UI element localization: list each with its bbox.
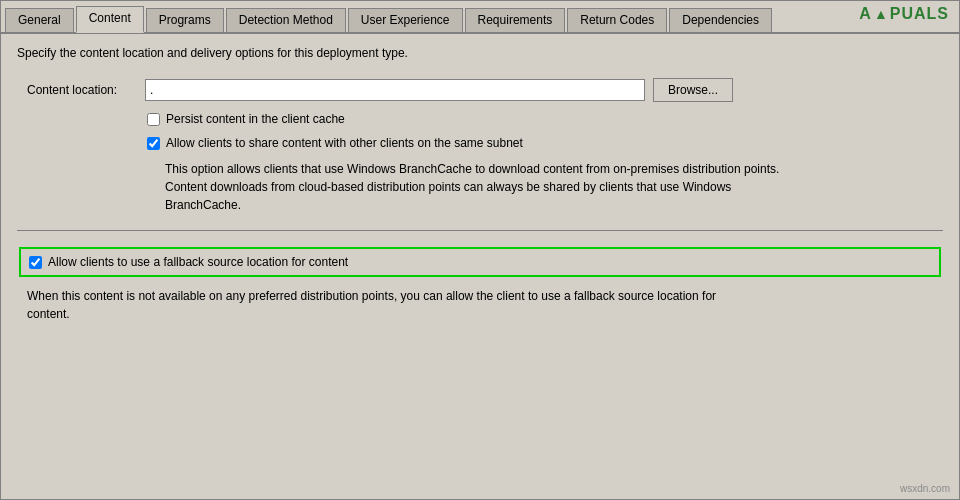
tab-dependencies[interactable]: Dependencies — [669, 8, 772, 32]
watermark: wsxdn.com — [900, 483, 950, 494]
share-subnet-row: Allow clients to share content with othe… — [147, 136, 943, 150]
persist-cache-checkbox[interactable] — [147, 113, 160, 126]
content-area: Specify the content location and deliver… — [1, 34, 959, 499]
logo-text: A — [859, 5, 872, 23]
tab-detection-method[interactable]: Detection Method — [226, 8, 346, 32]
persist-cache-label[interactable]: Persist content in the client cache — [166, 112, 345, 126]
branchcache-info-text: This option allows clients that use Wind… — [165, 160, 785, 214]
description-text: Specify the content location and deliver… — [17, 46, 943, 60]
logo-text-2: PUALS — [890, 5, 949, 23]
share-subnet-label[interactable]: Allow clients to share content with othe… — [166, 136, 523, 150]
logo-triangle-icon: ▲ — [874, 6, 888, 22]
section-divider — [17, 230, 943, 231]
tab-programs[interactable]: Programs — [146, 8, 224, 32]
site-logo: A ▲ PUALS — [859, 5, 949, 23]
fallback-source-label[interactable]: Allow clients to use a fallback source l… — [48, 255, 348, 269]
content-location-row: Content location: Browse... — [27, 78, 943, 102]
tab-return-codes[interactable]: Return Codes — [567, 8, 667, 32]
fallback-source-section: Allow clients to use a fallback source l… — [19, 247, 941, 277]
content-location-label: Content location: — [27, 83, 137, 97]
tab-requirements[interactable]: Requirements — [465, 8, 566, 32]
share-subnet-checkbox[interactable] — [147, 137, 160, 150]
fallback-source-checkbox[interactable] — [29, 256, 42, 269]
content-location-input[interactable] — [145, 79, 645, 101]
persist-cache-row: Persist content in the client cache — [147, 112, 943, 126]
tab-user-experience[interactable]: User Experience — [348, 8, 463, 32]
tab-content[interactable]: Content — [76, 6, 144, 33]
browse-button[interactable]: Browse... — [653, 78, 733, 102]
tab-general[interactable]: General — [5, 8, 74, 32]
fallback-footer-text: When this content is not available on an… — [27, 287, 727, 323]
dialog-window: General Content Programs Detection Metho… — [0, 0, 960, 500]
tab-bar: General Content Programs Detection Metho… — [1, 1, 959, 34]
